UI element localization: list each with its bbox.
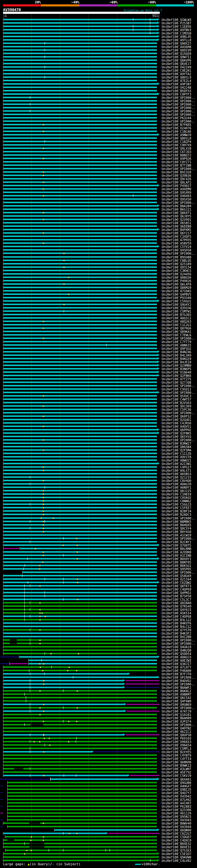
hsp-bar[interactable]	[4, 700, 157, 702]
hsp-bar[interactable]	[4, 53, 157, 54]
alignment-row[interactable]: UniRef100_Q7YST8	[0, 628, 197, 631]
hsp-bar[interactable]	[4, 103, 157, 105]
hsp-bar[interactable]	[4, 154, 157, 156]
alignment-row[interactable]: UniRef100_UPI000..	[0, 411, 197, 414]
alignment-row[interactable]: UniRef100_B2XYE5	[0, 750, 197, 753]
alignment-row[interactable]: UniRef100_B4K3F2	[0, 631, 197, 635]
alignment-row[interactable]: UniRef100_B8MBK5	[0, 520, 197, 523]
alignment-row[interactable]: UniRef100_A0AUJ3	[0, 655, 197, 659]
alignment-row[interactable]: UniRef100_Q21215	[0, 475, 197, 479]
alignment-row[interactable]: UniRef100_A2Q9R8	[0, 550, 197, 554]
hsp-bar[interactable]	[4, 680, 123, 681]
hsp-bar[interactable]	[4, 181, 157, 183]
hsp-bar[interactable]	[4, 734, 123, 736]
hsp-bar[interactable]	[4, 673, 128, 675]
hsp-bar[interactable]	[4, 449, 157, 451]
alignment-row[interactable]: UniRef100_B0XE32	[0, 842, 197, 845]
hsp-bar[interactable]	[4, 775, 127, 776]
alignment-row[interactable]: UniRef100_Q2V991	[0, 218, 197, 221]
alignment-row[interactable]: UniRef100_A9NWJ9	[0, 133, 197, 136]
hsp-bar[interactable]	[4, 412, 157, 413]
alignment-row[interactable]: UniRef100_Q0CSY4	[0, 527, 197, 530]
alignment-row[interactable]: UniRef100_O43942	[0, 795, 197, 798]
hsp-bar[interactable]	[4, 853, 157, 855]
alignment-row[interactable]: UniRef100_A4HGX7	[0, 784, 197, 787]
hsp-bar[interactable]	[4, 385, 157, 386]
hsp-bar[interactable]	[4, 670, 157, 671]
alignment-row[interactable]: UniRef100_Q29MB0	[0, 364, 197, 367]
hsp-bar[interactable]	[4, 270, 157, 271]
alignment-row[interactable]: UniRef100_Q93134	[0, 266, 197, 269]
alignment-row[interactable]: UniRef100_C5GGJ3	[0, 502, 197, 506]
alignment-row[interactable]: UniRef100_Q2GUD1	[0, 418, 197, 421]
alignment-row[interactable]: UniRef100_A8N6I5	[0, 343, 197, 347]
hsp-bar[interactable]	[4, 517, 157, 519]
alignment-row[interactable]: UniRef100_UPI000..	[0, 438, 197, 441]
hsp-bar[interactable]	[4, 195, 157, 196]
hsp-bar[interactable]	[4, 466, 157, 468]
hsp-bar[interactable]	[8, 782, 157, 783]
alignment-row[interactable]: UniRef100_UPI000..	[0, 384, 197, 388]
hsp-bar[interactable]	[4, 490, 157, 491]
alignment-row[interactable]: UniRef100_Q00X27	[0, 41, 197, 45]
hsp-bar[interactable]	[4, 209, 157, 210]
alignment-row[interactable]: UniRef100_B0Y4S0	[0, 530, 197, 533]
hsp-bar[interactable]	[4, 22, 157, 24]
hsp-bar[interactable]	[8, 792, 157, 794]
alignment-row[interactable]: UniRef100_O42248	[0, 86, 197, 89]
hsp-bar[interactable]	[4, 714, 157, 715]
alignment-row[interactable]: UniRef100_A6SBS3	[0, 472, 197, 475]
alignment-row[interactable]: UniRef100_O61129	[0, 811, 197, 815]
hsp-bar[interactable]	[4, 307, 157, 309]
alignment-row[interactable]: UniRef100_A5E792	[0, 770, 197, 774]
hsp-bar[interactable]	[4, 724, 157, 725]
hsp-bar[interactable]	[4, 629, 157, 630]
hsp-bar[interactable]	[4, 606, 157, 607]
alignment-row[interactable]: UniRef100_UPI000..	[0, 642, 197, 645]
alignment-row[interactable]: UniRef100_B6AH09	[0, 716, 197, 720]
hsp-bar[interactable]	[4, 42, 157, 44]
alignment-row[interactable]: UniRef100_UPI000..	[0, 167, 197, 170]
alignment-row[interactable]: UniRef100_B3RW27	[0, 441, 197, 445]
hsp-bar[interactable]	[4, 137, 157, 139]
alignment-row[interactable]: UniRef100_Q2FBK5	[0, 431, 197, 435]
alignment-row[interactable]: UniRef100_B6KSU1	[0, 564, 197, 567]
hsp-bar[interactable]	[4, 741, 157, 742]
alignment-row[interactable]: UniRef100_A7S9A5	[0, 289, 197, 292]
alignment-row[interactable]: UniRef100_B6HQX5	[0, 523, 197, 527]
alignment-row[interactable]: UniRef100_Q38JI7	[0, 662, 197, 665]
hsp-bar[interactable]	[4, 273, 157, 275]
alignment-row[interactable]: UniRef100_Q65YU3	[0, 435, 197, 438]
alignment-row[interactable]: UniRef100_C8YZ71	[0, 160, 197, 163]
hsp-bar[interactable]	[4, 19, 157, 20]
hsp-bar[interactable]	[4, 409, 157, 410]
alignment-row[interactable]: UniRef100_B2VS63	[0, 401, 197, 404]
alignment-row[interactable]: UniRef100_Q9SXS0	[0, 197, 197, 201]
hsp-bar[interactable]	[4, 215, 157, 217]
hsp-bar[interactable]	[4, 26, 157, 27]
alignment-row[interactable]: UniRef100_UPI000..	[0, 99, 197, 102]
alignment-row[interactable]: UniRef100_B4NZ46	[0, 350, 197, 353]
hsp-bar[interactable]	[4, 49, 157, 51]
alignment-row[interactable]: UniRef100_Q86SB4	[0, 445, 197, 448]
alignment-row[interactable]: UniRef100_B0XE31	[0, 845, 197, 848]
alignment-row[interactable]: UniRef100_A8Q1C2	[0, 316, 197, 320]
alignment-row[interactable]: UniRef100_A6ZIC2	[0, 730, 197, 733]
hsp-bar[interactable]	[4, 259, 157, 261]
alignment-row[interactable]: UniRef100_Q6VEJ7	[0, 62, 197, 65]
alignment-row[interactable]: UniRef100_Q8AVP6	[0, 59, 197, 62]
alignment-row[interactable]: UniRef100_P93340	[0, 296, 197, 299]
alignment-row[interactable]: UniRef100_O42249	[0, 65, 197, 69]
alignment-row[interactable]: UniRef100_B6K8C2	[0, 689, 197, 692]
alignment-row[interactable]: UniRef100_Q4UA19	[0, 645, 197, 648]
hsp-bar[interactable]	[4, 324, 157, 326]
alignment-row[interactable]: UniRef100_Q95PD5	[0, 567, 197, 570]
hsp-bar[interactable]	[4, 568, 157, 570]
alignment-row[interactable]: UniRef100_A1CIN8	[0, 554, 197, 557]
hsp-bar[interactable]	[29, 663, 157, 664]
alignment-row[interactable]: UniRef100_C4QP69	[0, 588, 197, 591]
alignment-row[interactable]: UniRef100_A9BKM7	[0, 692, 197, 696]
alignment-row[interactable]: UniRef100_Q8LAF2	[0, 180, 197, 184]
alignment-row[interactable]: UniRef100_Q95NJ3	[0, 815, 197, 818]
hsp-bar[interactable]	[8, 785, 157, 787]
